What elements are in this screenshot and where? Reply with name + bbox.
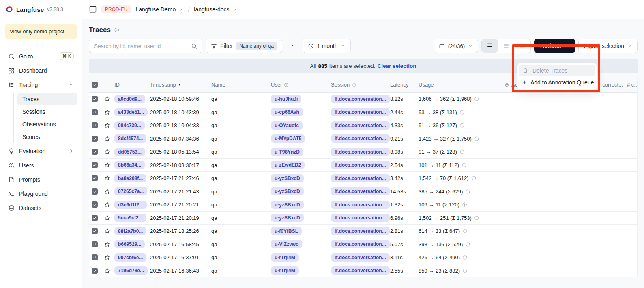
trace-id-badge[interactable]: 7195d78e...	[114, 266, 148, 275]
user-badge[interactable]: u-zEwdED2	[271, 161, 305, 169]
table-row[interactable]: dd05753...2025-02-18 05:13:54qau-T98YnzD…	[89, 145, 637, 159]
user-badge[interactable]: u-f0YfBSL	[271, 227, 302, 235]
project-switcher[interactable]: langfuse-docs	[194, 6, 237, 13]
trace-id-badge[interactable]: a0cd0d9...	[114, 95, 145, 103]
session-badge[interactable]: lf.docs.conversation...	[331, 134, 390, 143]
demo-project-link[interactable]: demo project	[34, 28, 64, 35]
session-badge[interactable]: lf.docs.conversation...	[331, 187, 390, 195]
info-icon[interactable]	[459, 149, 465, 154]
session-badge[interactable]: lf.docs.conversation...	[331, 108, 390, 116]
row-checkbox[interactable]	[92, 136, 98, 142]
info-icon[interactable]	[462, 202, 467, 207]
info-icon[interactable]	[465, 189, 470, 194]
table-row[interactable]: a0cd0d9...2025-02-18 10:59:46qau-huJhuJi…	[89, 93, 637, 106]
session-badge[interactable]: lf.docs.conversation...	[331, 174, 390, 182]
sidebar-item-dashboard[interactable]: Dashboard	[5, 63, 77, 78]
row-checkbox[interactable]	[92, 201, 98, 208]
info-icon[interactable]	[474, 215, 479, 221]
sidebar-item-evaluation[interactable]: Evaluation	[5, 144, 77, 158]
row-checkbox[interactable]	[92, 162, 98, 168]
sidebar-item-observations[interactable]: Observations	[17, 118, 77, 130]
trace-id-badge[interactable]: 907cbf6e...	[114, 253, 146, 262]
session-badge[interactable]: lf.docs.conversation...	[331, 161, 390, 169]
star-icon[interactable]	[104, 148, 111, 155]
row-checkbox[interactable]	[92, 109, 98, 115]
user-badge[interactable]: u-rTrjI4M	[271, 253, 299, 262]
select-all-checkbox[interactable]	[92, 82, 98, 88]
info-icon[interactable]	[471, 175, 477, 181]
user-badge[interactable]: u-cp66Avh	[271, 108, 303, 116]
header-latency[interactable]: Latency	[390, 82, 419, 88]
sidebar-item-datasets[interactable]: Datasets	[5, 201, 77, 215]
sidebar-toggle-icon[interactable]	[89, 5, 97, 13]
user-badge[interactable]: u-huJhuJi	[271, 95, 301, 103]
star-icon[interactable]	[104, 254, 111, 261]
header-usage[interactable]: Usage	[419, 82, 504, 88]
user-badge[interactable]: u-T98YnzD	[271, 148, 303, 156]
star-icon[interactable]	[104, 135, 111, 142]
info-icon[interactable]	[474, 96, 479, 102]
info-icon[interactable]	[462, 228, 468, 234]
trace-id-badge[interactable]: a433de51...	[114, 108, 148, 116]
row-checkbox[interactable]	[92, 215, 98, 221]
star-icon[interactable]	[104, 175, 111, 182]
info-icon[interactable]	[459, 123, 465, 128]
session-badge[interactable]: lf.docs.conversation...	[331, 201, 390, 209]
info-icon[interactable]	[474, 136, 479, 141]
session-badge[interactable]: lf.docs.conversation...	[331, 227, 390, 235]
row-checkbox[interactable]	[92, 149, 98, 155]
user-badge[interactable]: u-yzSBxcD	[271, 214, 304, 222]
clear-selection-link[interactable]: Clear selection	[377, 63, 416, 69]
star-icon[interactable]	[104, 201, 111, 208]
row-checkbox[interactable]	[92, 268, 98, 274]
trace-id-badge[interactable]: 07265c7a...	[114, 187, 147, 195]
table-row[interactable]: a433de51...2025-02-18 10:43:39qau-cp66Av…	[89, 106, 637, 119]
table-row[interactable]: b669529...2025-02-17 16:58:45qau-VIZzvwo…	[89, 238, 637, 251]
table-row[interactable]: 8b66a34...2025-02-18 03:30:17qau-zEwdED2…	[89, 159, 637, 172]
clear-filter-button[interactable]	[286, 39, 299, 53]
header-extra-score[interactable]: # c...	[627, 82, 637, 88]
info-icon[interactable]	[114, 27, 120, 33]
trace-id-badge[interactable]: 88f2a7b0...	[114, 227, 146, 235]
sidebar-item-playground[interactable]: Playground	[5, 186, 77, 201]
info-icon[interactable]	[462, 162, 467, 168]
user-badge[interactable]: u-yzSBxcD	[271, 174, 304, 182]
trace-id-badge[interactable]: 5cca9cf2...	[114, 214, 146, 222]
info-icon[interactable]	[459, 110, 465, 115]
row-checkbox[interactable]	[92, 122, 98, 128]
export-selection-button[interactable]: Export selection	[578, 39, 638, 53]
header-id[interactable]: ID	[114, 82, 150, 88]
menu-item-delete-traces[interactable]: Delete Traces	[519, 65, 595, 76]
sidebar-item-tracing[interactable]: Tracing	[5, 78, 77, 92]
session-badge[interactable]: lf.docs.conversation...	[331, 95, 390, 103]
trace-id-badge[interactable]: 084c739...	[114, 121, 145, 130]
info-icon[interactable]	[465, 242, 470, 247]
user-badge[interactable]: u-rTrjI4M	[271, 266, 299, 275]
star-icon[interactable]	[104, 188, 111, 195]
header-timestamp[interactable]: Timestamp▼	[150, 82, 211, 88]
session-badge[interactable]: lf.docs.conversation...	[331, 240, 390, 248]
sidebar-item-scores[interactable]: Scores	[17, 130, 77, 143]
table-row[interactable]: ba8a208f...2025-02-17 21:27:46qau-yzSBxc…	[89, 172, 637, 185]
table-row[interactable]: 084c739...2025-02-18 10:04:33qau-OYauofc…	[89, 119, 637, 132]
info-icon[interactable]	[462, 268, 468, 273]
header-name[interactable]: Name	[211, 82, 271, 88]
row-checkbox[interactable]	[92, 241, 98, 247]
session-badge[interactable]: lf.docs.conversation...	[331, 214, 390, 222]
user-badge[interactable]: u-OYauofc	[271, 121, 303, 130]
star-icon[interactable]	[104, 162, 111, 169]
user-badge[interactable]: u-yzSBxcD	[271, 187, 304, 195]
search-input[interactable]	[89, 39, 186, 53]
star-icon[interactable]	[104, 214, 111, 221]
filter-chip[interactable]: Name any of qa	[236, 42, 277, 50]
timerange-button[interactable]: 1 month	[303, 39, 351, 53]
row-checkbox[interactable]	[92, 188, 98, 195]
session-badge[interactable]: lf.docs.conversation...	[331, 253, 390, 262]
sidebar-item-traces[interactable]: Traces	[17, 93, 77, 105]
sidebar-item-sessions[interactable]: Sessions	[17, 105, 77, 118]
table-row[interactable]: 5cca9cf2...2025-02-17 21:20:19qau-yzSBxc…	[89, 212, 637, 225]
actions-button[interactable]: Actions	[534, 39, 575, 53]
table-row[interactable]: 7195d78e...2025-02-17 16:36:43qau-rTrjI4…	[89, 264, 637, 278]
star-icon[interactable]	[104, 95, 111, 102]
table-row[interactable]: d3e9d1f2...2025-02-17 21:20:21qau-yzSBxc…	[89, 198, 637, 212]
